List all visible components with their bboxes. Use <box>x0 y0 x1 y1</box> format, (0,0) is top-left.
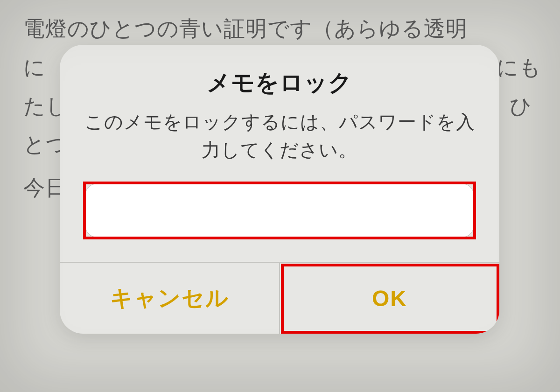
password-input[interactable] <box>85 183 474 238</box>
note-fragment: に <box>23 48 46 87</box>
dialog-button-row: キャンセル OK <box>60 262 499 334</box>
password-field-wrapper <box>85 183 474 238</box>
dialog-message: このメモをロックするには、パスワードを入力してください。 <box>78 108 481 164</box>
note-fragment: にも <box>497 48 541 87</box>
dialog-title: メモをロック <box>78 67 481 98</box>
ok-button-label: OK <box>372 286 407 311</box>
cancel-button[interactable]: キャンセル <box>60 263 280 334</box>
ok-button[interactable]: OK <box>280 263 499 334</box>
note-fragment: ひ <box>510 87 532 126</box>
note-line: 電燈のひとつの青い証明です（あらゆる透明 <box>23 9 537 48</box>
lock-note-dialog: メモをロック このメモをロックするには、パスワードを入力してください。 キャンセ… <box>60 45 499 334</box>
